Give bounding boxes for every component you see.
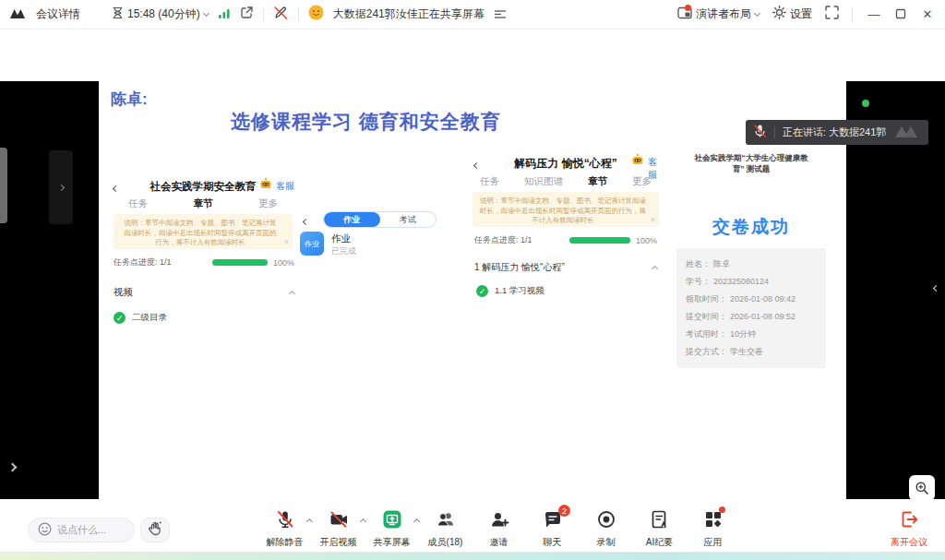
exam-field-method: 提交方式：学生交卷 [686, 343, 817, 361]
invite-button[interactable]: 邀请 [475, 509, 522, 549]
lesson-item[interactable]: ✓ 1.1 学习视频 [476, 285, 544, 297]
apps-notification-dot [719, 506, 725, 513]
leave-door-icon [899, 509, 919, 533]
chevron-up-icon [289, 291, 295, 297]
gear-icon [772, 6, 786, 23]
exam-field-submit-time: 提交时间：2026-01-08 09:52 [686, 308, 817, 326]
settings-button[interactable]: 设置 [772, 6, 812, 23]
video-stage: 陈卓: 选修课程学习 德育和安全教育 社会实践学期安全教育 客服 任务 章节 更… [0, 81, 945, 499]
card-tabs: 任务 知识图谱 章节 更多 [467, 175, 664, 188]
customer-service-robot-icon [631, 153, 644, 166]
close-notice-icon[interactable]: × [284, 237, 289, 247]
close-notice-icon[interactable]: × [651, 215, 655, 225]
tab-chapters[interactable]: 章节 [588, 175, 607, 188]
members-icon [436, 509, 456, 533]
network-signal-icon[interactable] [218, 6, 231, 23]
ai-notes-button[interactable]: AI纪要 [636, 509, 683, 549]
tab-more[interactable]: 更多 [632, 175, 652, 188]
meeting-titlebar: 会议详情 15:48 (40分钟) 大数据241郭汝佳正在共享屏幕 [0, 0, 945, 30]
tab-chapters[interactable]: 章节 [194, 197, 213, 210]
camera-off-icon [329, 509, 349, 533]
back-arrow[interactable] [304, 214, 308, 227]
exam-field-duration: 考试用时：10分钟 [686, 326, 817, 343]
apps-grid-icon [703, 509, 724, 533]
layout-notification-dot [685, 5, 691, 11]
homework-item-title[interactable]: 作业 [331, 232, 351, 245]
exam-info-box: 姓名：陈卓 学号：202325080124 领取时间：2026-01-08 09… [676, 248, 826, 368]
meeting-details-link[interactable]: 会议详情 [36, 6, 80, 22]
minimize-button[interactable]: — [866, 7, 882, 21]
speaking-toast: 正在讲话: 大数据241郭汝佳 [746, 120, 928, 145]
invite-icon [489, 509, 509, 533]
submit-success-text: 交卷成功 [676, 215, 826, 239]
record-button[interactable]: 录制 [582, 509, 629, 549]
shared-screen: 陈卓: 选修课程学习 德育和安全教育 社会实践学期安全教育 客服 任务 章节 更… [99, 81, 846, 499]
chevron-up-icon[interactable] [413, 518, 420, 525]
meeting-timer[interactable]: 15:48 (40分钟) [112, 6, 209, 23]
tab-more[interactable]: 更多 [258, 197, 278, 210]
collapse-panel-arrow[interactable] [933, 285, 939, 292]
layout-switcher[interactable]: 演讲者布局 [677, 6, 760, 23]
left-scroll-indicator [0, 148, 7, 223]
muted-mic-icon [753, 124, 767, 142]
card-tabs: 任务 章节 更多 [106, 197, 300, 210]
chapter-row[interactable]: 1 解码压力 愉悦“心程” [474, 261, 657, 274]
exam-field-name: 姓名：陈卓 [686, 256, 817, 273]
exam-field-student-id: 学号：202325080124 [686, 273, 817, 291]
chevron-up-icon[interactable] [306, 518, 313, 525]
maximize-button[interactable] [895, 6, 906, 23]
completed-check-icon: ✓ [114, 312, 126, 324]
chat-input[interactable]: 说点什么... [28, 518, 135, 542]
customer-service-link[interactable]: 客服 [276, 180, 294, 193]
tab-knowledge-graph[interactable]: 知识图谱 [524, 175, 563, 188]
task-progress: 任务点进度: 1/1 100% [474, 234, 657, 246]
exam-field-start-time: 领取时间：2026-01-08 09:42 [686, 291, 817, 308]
app-logo-icon [9, 6, 27, 24]
presenter-avatar [308, 5, 324, 24]
desktop-edge-strip [0, 552, 945, 560]
customer-service-robot-icon [259, 177, 272, 190]
zoom-in-button[interactable] [909, 475, 935, 501]
shared-content-list-icon[interactable] [494, 6, 507, 23]
segment-homework[interactable]: 作业 [324, 212, 380, 227]
course-card-safety: 社会实践学期安全教育 客服 任务 章节 更多 说明：章节中阅读文档、专题、图书、… [106, 172, 300, 342]
mic-muted-icon [275, 509, 295, 533]
leave-meeting-button[interactable]: 离开会议 [886, 509, 932, 549]
open-external-icon[interactable] [240, 6, 254, 23]
share-screen-button[interactable]: 共享屏幕 [368, 509, 415, 549]
raise-hand-button[interactable] [140, 518, 170, 542]
task-progress: 任务点进度: 1/1 100% [114, 256, 294, 268]
emoji-icon[interactable] [38, 522, 52, 538]
homework-exam-segmented-control: 作业 考试 [323, 211, 437, 228]
reading-notice: 说明：章节中阅读文档、专题、图书、笔记将计算阅读时长，阅读中若出现长时间暂停或离… [114, 214, 293, 249]
members-button[interactable]: 成员(18) [422, 509, 469, 549]
segment-exam[interactable]: 考试 [380, 212, 437, 227]
video-carousel-next[interactable] [49, 150, 73, 224]
raised-hand-icon [148, 520, 162, 540]
section-video[interactable]: 视频 [114, 286, 294, 299]
annotation-disabled-icon[interactable] [273, 6, 289, 24]
completed-check-icon: ✓ [476, 285, 488, 297]
expand-panel-arrow[interactable] [8, 463, 18, 472]
chevron-up-icon[interactable] [360, 518, 366, 525]
tab-tasks[interactable]: 任务 [128, 197, 148, 210]
screen-share-icon [382, 509, 402, 533]
close-button[interactable]: ✕ [919, 7, 936, 21]
fullscreen-icon[interactable] [825, 6, 839, 23]
exam-result-card: 社会实践学期“大学生心理健康教育” 测试题 交卷成功 姓名：陈卓 学号：2023… [676, 152, 826, 368]
start-video-button[interactable]: 开启视频 [315, 509, 362, 549]
chevron-down-icon [203, 9, 209, 16]
homework-icon: 作业 [300, 232, 324, 256]
homework-item-status: 已完成 [331, 245, 356, 257]
chat-button[interactable]: 2 聊天 [529, 509, 576, 549]
chevron-up-icon [652, 266, 658, 272]
chevron-right-icon [57, 184, 64, 190]
chevron-down-icon [754, 9, 760, 16]
lesson-item[interactable]: ✓ 二级目录 [114, 312, 167, 324]
course-card-stress: 解码压力 愉悦“心程” 客服 任务 知识图谱 章节 更多 说明：章节中阅读文档、… [467, 149, 664, 315]
apps-button[interactable]: 应用 [689, 509, 736, 549]
hourglass-icon [112, 6, 124, 23]
tab-tasks[interactable]: 任务 [480, 175, 499, 188]
unmute-button[interactable]: 解除静音 [261, 509, 308, 549]
page-title: 选修课程学习 德育和安全教育 [231, 109, 501, 135]
